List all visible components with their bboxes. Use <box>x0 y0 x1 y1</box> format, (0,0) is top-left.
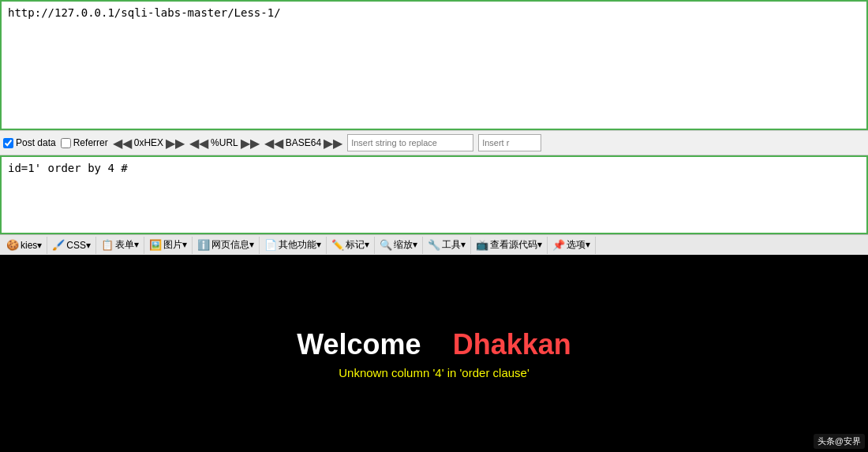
url-right-arrow-icon[interactable]: ▶▶ <box>241 136 260 151</box>
base64-encode-group: ◀◀ BASE64 ▶▶ <box>264 136 342 151</box>
dev-other-btn[interactable]: 📄 其他功能▾ <box>260 237 327 254</box>
watermark: 头条@安界 <box>814 434 865 449</box>
dev-options-btn[interactable]: 📌 选项▾ <box>548 237 596 254</box>
url-left-arrow-icon[interactable]: ◀◀ <box>189 136 208 151</box>
tools-icon: 🔧 <box>428 239 440 251</box>
pageinfo-icon: ℹ️ <box>197 239 210 251</box>
images-icon: 🖼️ <box>149 239 162 251</box>
error-message: Unknown column '4' in 'order clause' <box>297 366 571 379</box>
zoom-label: 缩放▾ <box>394 238 417 252</box>
hex-label: 0xHEX <box>134 137 163 148</box>
dev-forms-btn[interactable]: 📋 表单▾ <box>96 237 144 254</box>
images-label: 图片▾ <box>163 238 187 252</box>
webpage-area: Welcome Dhakkan Unknown column '4' in 'o… <box>0 255 868 452</box>
referrer-checkbox[interactable] <box>61 138 71 148</box>
base64-label: BASE64 <box>286 137 321 148</box>
cookies-icon: 🍪 <box>6 239 19 251</box>
hex-left-arrow-icon[interactable]: ◀◀ <box>113 136 132 151</box>
other-icon: 📄 <box>264 239 277 251</box>
base64-right-arrow-icon[interactable]: ▶▶ <box>324 136 342 151</box>
other-label: 其他功能▾ <box>279 238 321 252</box>
base64-left-arrow-icon[interactable]: ◀◀ <box>264 136 283 151</box>
welcome-line: Welcome Dhakkan <box>297 328 571 361</box>
user-text: Dhakkan <box>453 328 571 360</box>
mark-icon: ✏️ <box>331 239 344 251</box>
options-label: 选项▾ <box>567 238 590 252</box>
hex-right-arrow-icon[interactable]: ▶▶ <box>166 136 185 151</box>
mark-label: 标记▾ <box>346 238 369 252</box>
forms-label: 表单▾ <box>115 238 139 252</box>
dev-toolbar: 🍪 kies▾ 🖌️ CSS▾ 📋 表单▾ 🖼️ 图片▾ ℹ️ 网页信息▾ 📄 … <box>0 234 868 255</box>
dev-source-btn[interactable]: 📺 查看源代码▾ <box>471 237 548 254</box>
referrer-checkbox-label[interactable]: Referrer <box>61 137 108 148</box>
source-icon: 📺 <box>476 239 488 251</box>
dev-mark-btn[interactable]: ✏️ 标记▾ <box>327 237 375 254</box>
source-label: 查看源代码▾ <box>490 238 542 252</box>
url-label: %URL <box>211 137 238 148</box>
zoom-icon: 🔍 <box>380 239 392 251</box>
options-icon: 📌 <box>552 239 565 251</box>
dev-tools-btn[interactable]: 🔧 工具▾ <box>423 237 471 254</box>
dev-css-btn[interactable]: 🖌️ CSS▾ <box>47 237 96 254</box>
insert-replace-input[interactable] <box>347 134 473 151</box>
encoding-toolbar: Post data Referrer ◀◀ 0xHEX ▶▶ ◀◀ %URL ▶… <box>0 130 868 155</box>
dev-cookies-btn[interactable]: 🍪 kies▾ <box>2 237 47 254</box>
css-icon: 🖌️ <box>52 239 65 251</box>
hex-encode-group: ◀◀ 0xHEX ▶▶ <box>113 136 185 151</box>
post-data-checkbox[interactable] <box>3 138 13 148</box>
pageinfo-label: 网页信息▾ <box>211 238 254 252</box>
post-data-checkbox-label[interactable]: Post data <box>3 137 56 148</box>
post-data-input[interactable] <box>0 155 868 234</box>
dev-pageinfo-btn[interactable]: ℹ️ 网页信息▾ <box>193 237 260 254</box>
forms-icon: 📋 <box>101 239 114 251</box>
referrer-label: Referrer <box>73 137 108 148</box>
url-input[interactable] <box>0 0 868 130</box>
tools-label: 工具▾ <box>442 238 466 252</box>
dev-zoom-btn[interactable]: 🔍 缩放▾ <box>375 237 423 254</box>
css-label: CSS▾ <box>66 240 91 251</box>
post-data-label: Post data <box>16 137 56 148</box>
url-encode-group: ◀◀ %URL ▶▶ <box>189 136 260 151</box>
welcome-text: Welcome <box>297 328 421 360</box>
insert-with-input[interactable] <box>478 134 541 151</box>
webpage-content: Welcome Dhakkan Unknown column '4' in 'o… <box>297 328 571 379</box>
dev-images-btn[interactable]: 🖼️ 图片▾ <box>144 237 193 254</box>
cookies-label: kies▾ <box>21 240 42 251</box>
